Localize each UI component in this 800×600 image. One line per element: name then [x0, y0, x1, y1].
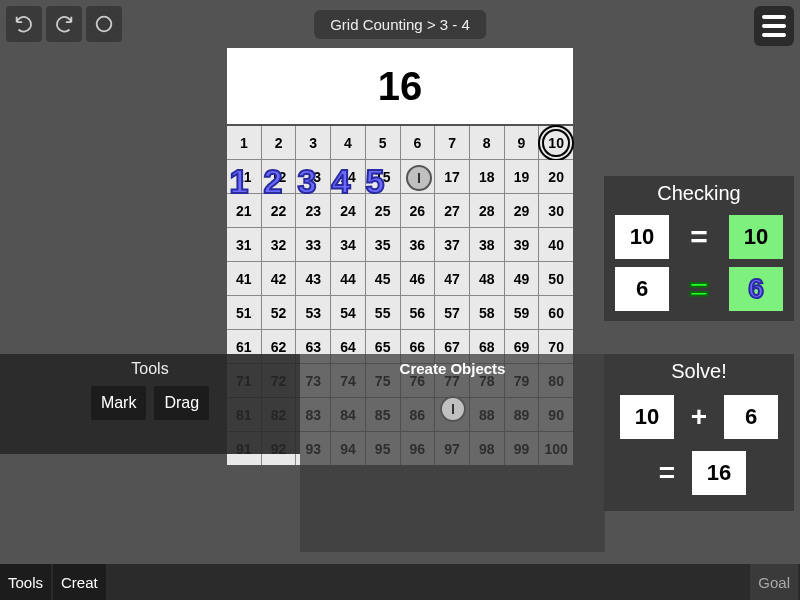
grid-cell[interactable]: 59	[505, 296, 539, 329]
grid-cell[interactable]: 1	[227, 126, 261, 159]
grid-cell[interactable]: 5	[366, 126, 400, 159]
grid-cell[interactable]: 19	[505, 160, 539, 193]
create-objects-panel: Create Objects	[300, 354, 605, 552]
grid-cell[interactable]: 31	[227, 228, 261, 261]
grid-cell[interactable]: 38	[470, 228, 504, 261]
check-left-value[interactable]: 6	[615, 267, 669, 311]
undo-icon	[13, 13, 35, 35]
grid-cell[interactable]: 26	[401, 194, 435, 227]
grid-cell[interactable]: 21	[227, 194, 261, 227]
tools-panel: Tools MarkDrag	[0, 354, 300, 454]
grid-cell[interactable]: 45	[366, 262, 400, 295]
grid-cell[interactable]: 58	[470, 296, 504, 329]
grid-cell[interactable]: 13	[296, 160, 330, 193]
target-number: 16	[227, 48, 573, 124]
check-right-value[interactable]: 6	[729, 267, 783, 311]
solve-result[interactable]: 16	[692, 451, 746, 495]
solve-panel: Solve! 10 + 6 = 16	[604, 354, 794, 511]
grid-cell[interactable]: 33	[296, 228, 330, 261]
grid-cell[interactable]: 3	[296, 126, 330, 159]
grid-cell[interactable]: 43	[296, 262, 330, 295]
redo-icon	[53, 13, 75, 35]
grid-cell[interactable]: 55	[366, 296, 400, 329]
grid-cell[interactable]: 12	[262, 160, 296, 193]
tools-title: Tools	[0, 354, 300, 378]
grid-cell[interactable]: 34	[331, 228, 365, 261]
grid-cell[interactable]: 6	[401, 126, 435, 159]
check-right-value[interactable]: 10	[729, 215, 783, 259]
grid-cell[interactable]: 10	[539, 126, 573, 159]
tab-goal[interactable]: Goal	[750, 564, 800, 600]
tab-tools[interactable]: Tools	[0, 564, 53, 600]
grid-cell[interactable]: 52	[262, 296, 296, 329]
grid-cell[interactable]: 40	[539, 228, 573, 261]
grid-cell[interactable]: 48	[470, 262, 504, 295]
check-left-value[interactable]: 10	[615, 215, 669, 259]
checking-title: Checking	[604, 176, 794, 211]
grid-cell[interactable]: 22	[262, 194, 296, 227]
grid-cell[interactable]: 51	[227, 296, 261, 329]
drag-button[interactable]: Drag	[154, 386, 209, 420]
grid-cell[interactable]: 47	[435, 262, 469, 295]
checking-row: 10=10	[604, 211, 794, 263]
grid-cell[interactable]: 4	[331, 126, 365, 159]
grid-cell[interactable]: 29	[505, 194, 539, 227]
solve-operand-a[interactable]: 10	[620, 395, 674, 439]
checking-row: 6=6	[604, 263, 794, 315]
menu-button[interactable]	[754, 6, 794, 46]
bottombar: ToolsCreat Goal	[0, 564, 800, 600]
grid-cell[interactable]: 54	[331, 296, 365, 329]
equals-icon: =	[679, 220, 719, 254]
history-buttons	[6, 6, 122, 42]
solve-operand-b[interactable]: 6	[724, 395, 778, 439]
grid-cell[interactable]: 15	[366, 160, 400, 193]
grid-cell[interactable]: 50	[539, 262, 573, 295]
grid-cell[interactable]: 11	[227, 160, 261, 193]
grid-cell[interactable]: 9	[505, 126, 539, 159]
grid-cell[interactable]: 32	[262, 228, 296, 261]
grid-cell[interactable]: 35	[366, 228, 400, 261]
grid-cell[interactable]: 44	[331, 262, 365, 295]
equals-icon: =	[679, 270, 719, 309]
solve-operator: +	[684, 401, 714, 433]
grid-cell[interactable]: 17	[435, 160, 469, 193]
hamburger-icon	[762, 15, 786, 19]
token-marker[interactable]	[406, 165, 432, 191]
grid-cell[interactable]: 23	[296, 194, 330, 227]
grid-cell[interactable]: 42	[262, 262, 296, 295]
mark-button[interactable]: Mark	[91, 386, 147, 420]
reset-button[interactable]	[86, 6, 122, 42]
grid-cell[interactable]: 28	[470, 194, 504, 227]
tab-creat[interactable]: Creat	[53, 564, 108, 600]
grid-cell[interactable]: 53	[296, 296, 330, 329]
grid-cell[interactable]: 27	[435, 194, 469, 227]
grid-cell[interactable]: 7	[435, 126, 469, 159]
grid-cell[interactable]: 60	[539, 296, 573, 329]
create-token[interactable]	[440, 396, 466, 422]
grid-cell[interactable]: 18	[470, 160, 504, 193]
grid-cell[interactable]: 49	[505, 262, 539, 295]
circle-icon	[93, 13, 115, 35]
grid-cell[interactable]: 25	[366, 194, 400, 227]
create-objects-title: Create Objects	[300, 360, 605, 377]
grid-cell[interactable]: 24	[331, 194, 365, 227]
grid-cell[interactable]: 57	[435, 296, 469, 329]
checking-panel: Checking 10=106=6	[604, 176, 794, 321]
grid-cell[interactable]: 8	[470, 126, 504, 159]
grid-cell[interactable]: 46	[401, 262, 435, 295]
solve-title: Solve!	[604, 354, 794, 389]
grid-cell[interactable]: 14	[331, 160, 365, 193]
grid-cell[interactable]: 37	[435, 228, 469, 261]
solve-equals: =	[652, 457, 682, 489]
grid-cell[interactable]: 56	[401, 296, 435, 329]
breadcrumb[interactable]: Grid Counting > 3 - 4	[314, 10, 486, 39]
grid-cell[interactable]: 39	[505, 228, 539, 261]
grid-cell[interactable]: 2	[262, 126, 296, 159]
redo-button[interactable]	[46, 6, 82, 42]
grid-cell[interactable]: 20	[539, 160, 573, 193]
undo-button[interactable]	[6, 6, 42, 42]
grid-cell[interactable]: 36	[401, 228, 435, 261]
grid-cell[interactable]: 41	[227, 262, 261, 295]
grid-cell[interactable]: 30	[539, 194, 573, 227]
topbar: Grid Counting > 3 - 4	[0, 0, 800, 48]
